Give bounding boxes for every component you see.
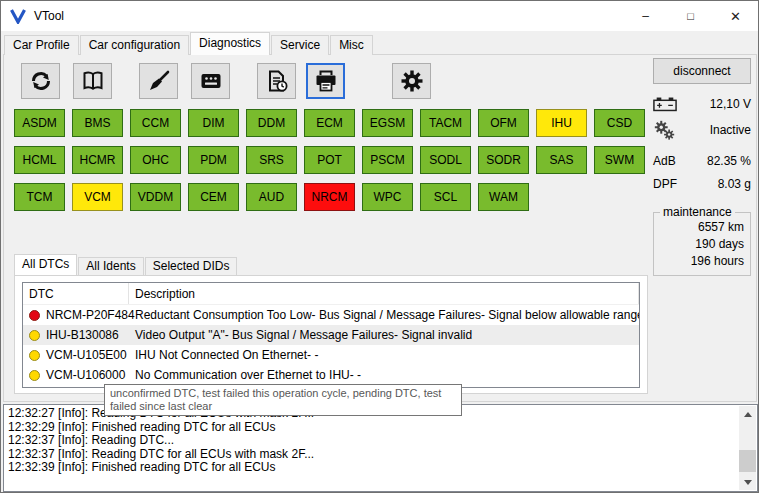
ecu-button-sodl[interactable]: SODL [420, 146, 471, 174]
column-header-dtc[interactable]: DTC [23, 283, 129, 304]
window-title: VTool [34, 9, 64, 23]
app-logo-icon [10, 8, 26, 24]
ecu-button-egsm[interactable]: EGSM [362, 109, 413, 137]
ecu-button-ihu[interactable]: IHU [536, 109, 587, 137]
ecu-button-cem[interactable]: CEM [188, 183, 239, 211]
tab-car-configuration[interactable]: Car configuration [80, 35, 189, 55]
scroll-up-button[interactable] [739, 406, 756, 422]
ecu-button-scl[interactable]: SCL [420, 183, 471, 211]
ecu-button-tcm[interactable]: TCM [14, 183, 65, 211]
column-header-description[interactable]: Description [129, 283, 639, 304]
log-line: 12:32:37 [Info]: Reading DTC for all ECU… [8, 448, 735, 462]
tab-all-idents[interactable]: All Idents [78, 257, 143, 275]
ecu-button-ddm[interactable]: DDM [246, 109, 297, 137]
dtc-code: VCM-U106000 [46, 368, 125, 382]
ecu-button-srs[interactable]: SRS [246, 146, 297, 174]
dtc-code: VCM-U105E00 [46, 348, 127, 362]
clear-codes-button[interactable] [139, 63, 178, 99]
ecu-button-sodr[interactable]: SODR [478, 146, 529, 174]
arrow-up-icon [744, 412, 752, 417]
minimize-button[interactable]: – [623, 1, 668, 31]
ecu-button-pdm[interactable]: PDM [188, 146, 239, 174]
maintenance-days: 190 days [660, 236, 744, 253]
maintenance-hours: 196 hours [660, 253, 744, 270]
refresh-button[interactable] [21, 63, 60, 99]
ecu-button-nrcm[interactable]: NRCM [304, 183, 355, 211]
all-dtcs-page: DTC Description NRCM-P20F484 Reductant C… [14, 275, 648, 394]
tab-misc[interactable]: Misc [330, 35, 373, 55]
disconnect-button[interactable]: disconnect [653, 58, 751, 84]
book-icon [81, 69, 105, 93]
main-tabstrip: Car Profile Car configuration Diagnostic… [4, 32, 374, 55]
gears-icon [653, 119, 675, 141]
tab-all-dtcs[interactable]: All DTCs [14, 254, 77, 275]
maximize-button[interactable]: □ [668, 1, 713, 31]
scroll-down-button[interactable] [739, 474, 756, 490]
ecu-button-ofm[interactable]: OFM [478, 109, 529, 137]
dtc-row[interactable]: IHU-B130086 Video Output "A"- Bus Signal… [23, 325, 639, 345]
ecu-button-csd[interactable]: CSD [594, 109, 645, 137]
ecu-button-wpc[interactable]: WPC [362, 183, 413, 211]
ecu-button-hcml[interactable]: HCML [14, 146, 65, 174]
ecu-button-pot[interactable]: POT [304, 146, 355, 174]
ecu-button-tacm[interactable]: TACM [420, 109, 471, 137]
ecu-button-ecm[interactable]: ECM [304, 109, 355, 137]
status-dot [29, 310, 40, 321]
read-codes-button[interactable] [73, 63, 112, 99]
ecu-button-dim[interactable]: DIM [188, 109, 239, 137]
log-line: 12:32:37 [Info]: Reading DTC... [8, 434, 735, 448]
dtc-list: DTC Description NRCM-P20F484 Reductant C… [22, 282, 640, 388]
status-dot [29, 330, 40, 341]
report-button[interactable] [257, 63, 296, 99]
tab-diagnostics[interactable]: Diagnostics [190, 32, 270, 55]
maintenance-km: 6557 km [660, 219, 744, 236]
status-dot [29, 370, 40, 381]
detail-tabstrip: All DTCs All Idents Selected DIDs [14, 254, 238, 275]
ecu-button-bms[interactable]: BMS [72, 109, 123, 137]
arrow-down-icon [744, 480, 752, 485]
ecu-button-wam[interactable]: WAM [478, 183, 529, 211]
diagnostics-page: disconnect 12,10 V Inactive AdB 82.35 % … [3, 54, 757, 402]
tab-car-profile[interactable]: Car Profile [4, 35, 79, 55]
ecu-button-ohc[interactable]: OHC [130, 146, 181, 174]
broom-icon [147, 69, 171, 93]
status-panel: disconnect 12,10 V Inactive AdB 82.35 % … [653, 58, 751, 276]
dtc-code: IHU-B130086 [46, 328, 119, 342]
dtc-row[interactable]: VCM-U106000 No Communication over Ethern… [23, 365, 639, 385]
dtc-description: No Communication over Ethernet to IHU- - [129, 368, 639, 382]
ecu-button-pscm[interactable]: PSCM [362, 146, 413, 174]
log-panel[interactable]: 12:32:27 [Info]: Reading DTC for all ECU… [3, 404, 758, 492]
tooltip: unconfirmed DTC, test failed this operat… [104, 384, 462, 416]
ecu-grid: ASDM BMS CCM DIM DDM ECM EGSM TACM OFM I… [14, 109, 652, 220]
engine-state: Inactive [710, 123, 751, 137]
toolbar [21, 63, 431, 99]
ecu-button-vcm[interactable]: VCM [72, 183, 123, 211]
log-scrollbar[interactable] [739, 406, 756, 490]
ecu-button-aud[interactable]: AUD [246, 183, 297, 211]
status-dot [29, 350, 40, 361]
ecu-button-hcmr[interactable]: HCMR [72, 146, 123, 174]
adb-value: 82.35 % [707, 154, 751, 168]
dtc-row[interactable]: NRCM-P20F484 Reductant Consumption Too L… [23, 305, 639, 325]
ecu-button-ccm[interactable]: CCM [130, 109, 181, 137]
ecu-button-swm[interactable]: SWM [594, 146, 645, 174]
print-button[interactable] [306, 63, 345, 99]
close-button[interactable]: ✕ [713, 1, 758, 31]
dtc-code: NRCM-P20F484 [46, 308, 135, 322]
dtc-row[interactable]: VCM-U105E00 IHU Not Connected On Etherne… [23, 345, 639, 365]
battery-voltage: 12,10 V [710, 97, 751, 111]
scroll-thumb[interactable] [739, 450, 756, 472]
keypad-button[interactable] [191, 63, 230, 99]
printer-icon [314, 69, 338, 93]
tab-selected-dids[interactable]: Selected DIDs [145, 257, 238, 275]
ecu-button-vddm[interactable]: VDDM [130, 183, 181, 211]
ecu-button-asdm[interactable]: ASDM [14, 109, 65, 137]
dpf-value: 8.03 g [718, 177, 751, 191]
ecu-button-sas[interactable]: SAS [536, 146, 587, 174]
dtc-description: IHU Not Connected On Ethernet- - [129, 348, 639, 362]
tab-service[interactable]: Service [271, 35, 329, 55]
app-window: VTool – □ ✕ Car Profile Car configuratio… [0, 0, 759, 493]
maintenance-group: maintenance 6557 km 190 days 196 hours [653, 205, 751, 276]
settings-button[interactable] [392, 63, 431, 99]
refresh-icon [29, 69, 53, 93]
